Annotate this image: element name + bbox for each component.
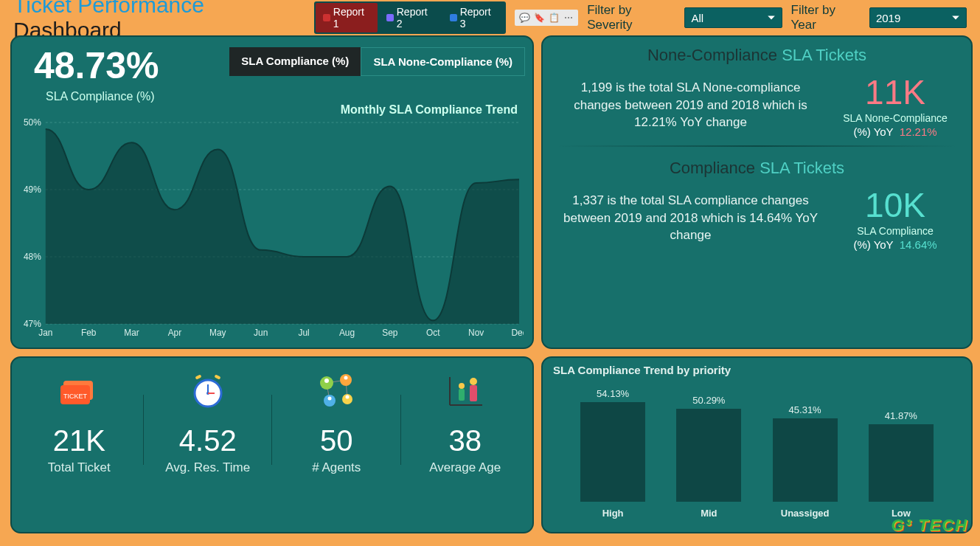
priority-bar-value: 54.13% xyxy=(576,388,650,399)
svg-text:TICKET: TICKET xyxy=(63,393,88,400)
svg-text:Nov: Nov xyxy=(468,328,484,338)
sla-trend-chart[interactable]: 47%48%49%50%JanFebMarAprMayJunJulAugSepO… xyxy=(21,118,524,340)
kpi-value: 38 xyxy=(404,424,527,457)
compliance-yoy-value: 14.64% xyxy=(900,238,937,251)
priority-card: SLA Compliance Trend by priority 54.13%5… xyxy=(541,356,973,533)
comment-icon[interactable]: 💬 xyxy=(518,11,531,24)
priority-bar-rect xyxy=(676,409,741,502)
priority-bar-value: 41.87% xyxy=(864,410,938,421)
svg-text:50%: 50% xyxy=(24,118,41,128)
priority-bar: 45.31% xyxy=(768,404,842,502)
chevron-down-icon xyxy=(767,13,776,22)
compliance-heading: Compliance SLA Tickets xyxy=(556,159,958,178)
priority-bar: 50.29% xyxy=(672,395,746,502)
svg-rect-28 xyxy=(214,374,220,379)
report-tab-1-label: Report 1 xyxy=(333,6,371,30)
svg-text:May: May xyxy=(209,328,226,338)
sla-compliance-card: 48.73% SLA Compliance (%) SLA Compliance… xyxy=(10,35,534,349)
svg-text:Apr: Apr xyxy=(168,328,182,338)
none-compliance-value: 11K xyxy=(833,72,958,112)
svg-text:Jun: Jun xyxy=(254,328,268,338)
tab-sla-none-compliance[interactable]: SLA None-Compliance (%) xyxy=(361,47,525,76)
kpi-label: Average Age xyxy=(404,460,527,475)
kpi-label: Avg. Res. Time xyxy=(147,460,270,475)
bookmark-icon[interactable]: 🔖 xyxy=(532,11,546,24)
priority-bar-rect xyxy=(580,402,645,502)
tab-sla-compliance[interactable]: SLA Compliance (%) xyxy=(229,47,361,76)
priority-bar-rect xyxy=(869,424,934,502)
filter-year-select[interactable]: 2019 xyxy=(869,7,967,28)
compliance-metric: 10K SLA Compliance (%) YoY 14.64% xyxy=(833,185,958,251)
priority-bar-value: 50.29% xyxy=(672,395,746,406)
report-dot-icon xyxy=(323,14,330,21)
priority-bar-label: Mid xyxy=(672,508,746,519)
none-compliance-heading: None-Compliance SLA Tickets xyxy=(556,46,958,65)
none-compliance-desc: 1,199 is the total SLA None-compliance c… xyxy=(556,79,825,131)
report-dot-icon xyxy=(450,14,456,21)
clock-icon xyxy=(147,370,270,412)
compliance-summary-card: None-Compliance SLA Tickets 1,199 is the… xyxy=(541,35,973,349)
priority-title: SLA Compliance Trend by priority xyxy=(543,358,971,376)
kpi-people: 38 Average Age xyxy=(401,365,530,480)
svg-text:Jul: Jul xyxy=(298,328,309,338)
svg-text:48%: 48% xyxy=(24,252,41,262)
chevron-down-icon xyxy=(951,13,960,22)
kpi-label: # Agents xyxy=(275,460,398,475)
kpi-value: 21K xyxy=(18,424,141,457)
report-tab-2[interactable]: Report 2 xyxy=(379,3,441,32)
sla-compliance-label: SLA Compliance (%) xyxy=(46,90,155,103)
report-tab-2-label: Report 2 xyxy=(397,6,434,30)
kpi-network: 50 # Agents xyxy=(272,365,401,480)
ticket-icon: TICKET xyxy=(18,370,141,412)
compliance-label: SLA Compliance xyxy=(833,225,958,237)
divider xyxy=(557,145,956,147)
none-compliance-metric: 11K SLA None-Compliance (%) YoY 12.21% xyxy=(833,72,958,138)
report-tab-3[interactable]: Report 3 xyxy=(442,3,504,32)
filter-severity-label: Filter by Severity xyxy=(587,3,675,32)
svg-text:Jan: Jan xyxy=(38,328,52,338)
kpi-card: TICKET 21K Total Ticket 4.52 Avg. Res. T… xyxy=(10,356,534,533)
priority-bar-value: 45.31% xyxy=(768,404,842,415)
kpi-label: Total Ticket xyxy=(18,460,141,475)
svg-point-36 xyxy=(324,379,329,383)
kpi-clock: 4.52 Avg. Res. Time xyxy=(144,365,273,480)
report-tab-1[interactable]: Report 1 xyxy=(316,3,378,32)
svg-point-38 xyxy=(328,397,332,401)
report-nav: Report 1 Report 2 Report 3 xyxy=(314,1,506,34)
compliance-yoy-label: (%) YoY xyxy=(853,238,893,251)
none-compliance-label: SLA None-Compliance xyxy=(833,112,958,124)
more-icon[interactable]: ⋯ xyxy=(562,11,575,24)
svg-point-33 xyxy=(340,374,352,386)
filter-severity-value: All xyxy=(691,12,703,24)
priority-bar-label: Unassiged xyxy=(768,508,842,519)
report-dot-icon xyxy=(386,14,393,21)
filter-year-value: 2019 xyxy=(876,12,900,24)
priority-bar: 41.87% xyxy=(864,410,938,502)
sla-chart-title: Monthly SLA Compliance Trend xyxy=(341,103,518,117)
svg-point-42 xyxy=(459,383,465,389)
toolbar-iconstrip: 💬 🔖 📋 ⋯ xyxy=(515,10,578,26)
svg-point-44 xyxy=(470,378,477,385)
svg-text:Mar: Mar xyxy=(124,328,139,338)
svg-text:Feb: Feb xyxy=(81,328,97,338)
none-compliance-yoy-value: 12.21% xyxy=(900,125,937,138)
filter-severity-select[interactable]: All xyxy=(684,7,782,28)
sla-tabs: SLA Compliance (%) SLA None-Compliance (… xyxy=(229,47,525,76)
svg-text:Sep: Sep xyxy=(382,328,398,338)
none-compliance-yoy-label: (%) YoY xyxy=(853,125,893,138)
kpi-value: 4.52 xyxy=(147,424,270,457)
kpi-value: 50 xyxy=(275,424,398,457)
compliance-desc: 1,337 is the total SLA compliance change… xyxy=(556,192,825,244)
svg-text:Aug: Aug xyxy=(339,328,355,338)
priority-bar-label: Low xyxy=(864,508,938,519)
clipboard-icon[interactable]: 📋 xyxy=(547,11,560,24)
sla-compliance-value: 48.73% xyxy=(34,44,159,87)
svg-point-37 xyxy=(344,376,348,380)
priority-bar-rect xyxy=(773,418,838,502)
priority-bar-label: High xyxy=(576,508,650,519)
priority-bar-chart[interactable]: 54.13%50.29%45.31%41.87% xyxy=(543,376,971,502)
kpi-ticket: TICKET 21K Total Ticket xyxy=(15,365,144,480)
svg-text:49%: 49% xyxy=(24,184,41,195)
title-accent: Ticket Performance xyxy=(13,0,204,17)
svg-point-34 xyxy=(324,395,336,407)
